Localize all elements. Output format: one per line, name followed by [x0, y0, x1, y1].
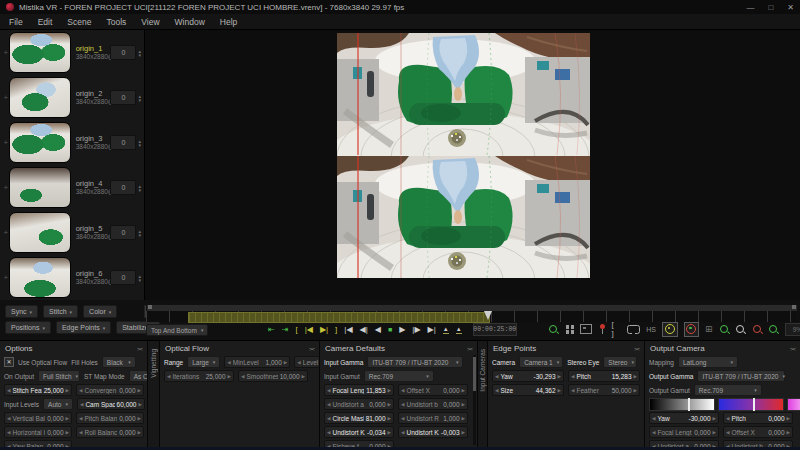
input-cameras-tab[interactable]: Input Cameras — [478, 341, 488, 450]
prev-mark-button[interactable]: |◀ — [305, 324, 313, 336]
stitch-menu-button[interactable]: Stitch — [43, 305, 78, 318]
panel-scrollbar[interactable] — [473, 355, 476, 445]
menu-window[interactable]: Window — [175, 17, 205, 27]
stitch-feather-field[interactable]: Stitch Feath25,000 — [4, 384, 72, 396]
zoom-minus-icon[interactable] — [752, 324, 763, 335]
menu-tools[interactable]: Tools — [106, 17, 126, 27]
fill-holes-dropdown[interactable]: Black — [102, 356, 136, 368]
clip-row-origin-5[interactable]: + origin_5 3840x2880@29.97 0 ▴▾ — [0, 210, 144, 255]
clip-thumbnail[interactable] — [9, 167, 71, 208]
level-field-clipped[interactable]: Level — [294, 356, 320, 368]
zoom-fit-icon[interactable] — [768, 324, 779, 335]
horizontal-balance-field[interactable]: Horizontal I0,000 — [4, 426, 72, 438]
convergence-field[interactable]: Convergen0,000 — [76, 384, 144, 396]
collapse-panel-icon[interactable] — [467, 346, 472, 352]
clip-offset-field[interactable]: 0 — [110, 135, 136, 150]
clip-offset-field[interactable]: 0 — [110, 45, 136, 60]
clip-thumbnail[interactable] — [9, 32, 71, 73]
input-gamut-dropdown[interactable]: Rec.709 — [364, 370, 434, 382]
min-level-field[interactable]: MinLevel1,000 — [224, 356, 290, 368]
clip-row-origin-2[interactable]: + origin_2 3840x2880@29.97 0 ▴▾ — [0, 75, 144, 120]
offset-stepper-icons[interactable]: ▴▾ — [138, 229, 141, 237]
input-levels-dropdown[interactable]: Auto — [43, 398, 73, 410]
st-map-mode-dropdown[interactable]: As Color — [129, 370, 148, 382]
goto-out-button[interactable]: ⇥ — [282, 324, 289, 336]
menu-help[interactable]: Help — [220, 17, 237, 27]
iterations-field[interactable]: Iterations25,000 — [164, 370, 234, 382]
circle-mask-field[interactable]: Circle Mask81,000 — [324, 412, 394, 424]
goto-in-button[interactable]: ⇤ — [268, 324, 275, 336]
expand-clip-icon[interactable]: + — [3, 183, 9, 192]
vr-headset-icon[interactable] — [627, 325, 641, 334]
luminance-ramp[interactable] — [649, 398, 715, 411]
output-offset-x-field[interactable]: Offset X0,000 — [723, 426, 793, 438]
expand-clip-icon[interactable]: + — [3, 228, 9, 237]
mapping-dropdown[interactable]: LatLong — [678, 356, 738, 368]
vertical-balance-field[interactable]: Vertical Bal0,000 — [4, 412, 72, 424]
marker-pin-icon[interactable] — [598, 324, 606, 335]
clip-offset-field[interactable]: 0 — [110, 270, 136, 285]
offset-stepper-icons[interactable]: ▴▾ — [138, 139, 141, 147]
loop-in-button[interactable]: ▲ — [443, 325, 449, 334]
collapse-panel-icon[interactable] — [634, 346, 639, 352]
collapse-panel-icon[interactable] — [790, 346, 795, 352]
edge-feather-field[interactable]: Feather50,000 — [568, 384, 640, 396]
set-out-button[interactable]: ] — [335, 324, 337, 336]
clip-thumbnail[interactable] — [9, 257, 71, 298]
collapse-panel-icon[interactable] — [137, 346, 142, 352]
menu-scene[interactable]: Scene — [67, 17, 91, 27]
zoom-plus-icon[interactable] — [719, 324, 730, 335]
expand-clip-icon[interactable]: + — [3, 273, 9, 282]
hs-toggle[interactable]: HS — [646, 326, 656, 333]
clip-offset-field[interactable]: 0 — [110, 180, 136, 195]
goto-start-button[interactable]: |◀ — [344, 324, 352, 336]
grid-overlay-icon[interactable]: ⊞ — [705, 324, 713, 334]
clip-offset-field[interactable]: 0 — [110, 90, 136, 105]
range-dropdown[interactable]: Large — [187, 356, 220, 368]
offset-stepper-icons[interactable]: ▴▾ — [138, 274, 141, 282]
scrollbar-right-cap[interactable] — [792, 305, 796, 309]
expand-clip-icon[interactable]: + — [3, 48, 9, 57]
offset-stepper-icons[interactable]: ▴▾ — [138, 49, 141, 57]
timecode-display[interactable]: 00:00:25:00 — [473, 323, 517, 336]
clip-offset-field[interactable]: 0 — [110, 225, 136, 240]
saturation-ramp-clipped[interactable] — [787, 398, 800, 411]
edge-points-menu-button[interactable]: Edge Points — [56, 321, 111, 334]
positions-menu-button[interactable]: Positions — [5, 321, 51, 334]
edge-pitch-field[interactable]: Pitch15,283 — [568, 370, 640, 382]
clip-thumbnail[interactable] — [9, 122, 71, 163]
cam-spacing-field[interactable]: Cam Spacin60,000 — [77, 398, 145, 410]
loop-out-button[interactable]: ▲ — [456, 325, 462, 334]
vignetting-tab[interactable]: Vignetting — [148, 341, 160, 450]
hue-ramp[interactable] — [718, 398, 784, 411]
menu-file[interactable]: File — [9, 17, 23, 27]
undistort-k2-field[interactable]: Undistort K2-0,003 — [398, 426, 468, 438]
undistort-k1-field[interactable]: Undistort K1-0,034 — [324, 426, 394, 438]
play-reverse-button[interactable]: ◀ — [375, 324, 381, 336]
grid-view-icon[interactable] — [565, 324, 575, 334]
expand-clip-icon[interactable]: + — [3, 93, 9, 102]
stitch-viewer[interactable] — [145, 30, 800, 300]
undistort-b-field[interactable]: Undistort b0,000 — [398, 398, 468, 410]
color-menu-button[interactable]: Color — [83, 305, 117, 318]
thumbnail-view-icon[interactable] — [580, 324, 592, 334]
undistort-r-field[interactable]: Undistort R1,000 — [398, 412, 468, 424]
zoom-level-field[interactable]: 9% — [785, 323, 800, 336]
output-focal-length-field[interactable]: Focal Lengt0,000 — [649, 426, 719, 438]
overlay-toggle-yellow[interactable] — [662, 322, 677, 337]
fullscreen-icon[interactable]: [ ] — [611, 320, 620, 338]
menu-view[interactable]: View — [141, 17, 159, 27]
offset-stepper-icons[interactable]: ▴▾ — [138, 184, 141, 192]
zoom-in-tool-icon[interactable] — [548, 324, 559, 335]
clip-thumbnail[interactable] — [9, 212, 71, 253]
pitch-balance-field[interactable]: Pitch Balan0,000 — [76, 412, 144, 424]
scrollbar-left-cap[interactable] — [148, 305, 152, 309]
stop-button[interactable]: ■ — [388, 324, 392, 336]
roll-balance-field[interactable]: Roll Balanc0,000 — [76, 426, 144, 438]
stereo-eye-dropdown[interactable]: Stereo — [603, 356, 637, 368]
next-mark-button[interactable]: ▶| — [320, 324, 328, 336]
set-in-button[interactable]: [ — [295, 324, 297, 336]
edge-size-field[interactable]: Size44,362 — [492, 384, 564, 396]
edge-yaw-field[interactable]: Yaw-30,293 — [492, 370, 564, 382]
clip-row-origin-4[interactable]: + origin_4 3840x2880@29.97 0 ▴▾ — [0, 165, 144, 210]
